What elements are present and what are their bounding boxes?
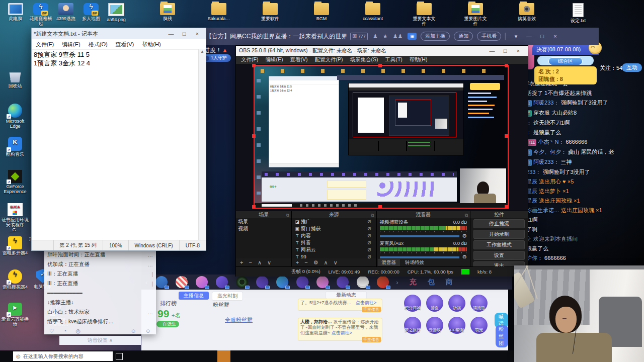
notification-button[interactable]: 通知 [454, 32, 473, 41]
desktop-icon[interactable]: 多人地图 [78, 3, 104, 26]
feature-circle-button[interactable]: 漂流瓶 [470, 295, 488, 312]
obs-minimize-button[interactable]: — [486, 48, 499, 54]
taskbar-cc-active-icon[interactable] [217, 350, 230, 362]
scene-tool-button[interactable]: + [240, 259, 243, 265]
obs-menu-item[interactable]: 编辑(E) [265, 56, 283, 63]
mixer-gear-icon[interactable]: ⚙ [462, 233, 467, 239]
desktop-icon[interactable]: Sakurala… [206, 3, 231, 26]
scene-tool-button[interactable]: − [249, 259, 252, 265]
visibility-icon[interactable]: Ø [368, 226, 371, 231]
zone-button[interactable]: 综合区 [548, 57, 583, 65]
feature-circle-button[interactable]: 积分商城 [404, 295, 421, 312]
chat-username[interactable]: 阿暖233： [533, 100, 559, 106]
taskbar-explorer-icon[interactable] [126, 350, 139, 362]
notepad-titlebar[interactable]: *新建文本文档.txt - 记事本 — □ × [32, 28, 206, 39]
obs-control-button[interactable]: 设置 [473, 251, 525, 260]
voice-settings-button[interactable]: 语音设置 ∧ [59, 336, 141, 345]
rank-icon[interactable]: ♟ [373, 33, 378, 40]
desktop-icon[interactable]: 雷电模拟器4 [1, 269, 29, 303]
desktop-icon[interactable]: 证书应用环境 安装程序_G… [1, 203, 29, 236]
visibility-icon[interactable]: Ø [368, 254, 371, 258]
group-icon[interactable]: ♟♟ [393, 33, 403, 40]
fanclub-button[interactable]: 粉丝团 [496, 325, 508, 347]
scene-row[interactable]: 场景 [236, 218, 291, 225]
obs-control-button[interactable]: 工作室模式 [473, 240, 525, 249]
gift-item-icon[interactable] [216, 276, 228, 288]
contact-row[interactable]: 络宇飞：kve起床战争排行… [44, 317, 156, 326]
desktop-icon[interactable]: Microsoft Edge [1, 104, 29, 137]
desktop-icon[interactable]: 设定.txt [566, 3, 591, 26]
feature-circle-button[interactable]: 萌宠 [470, 317, 488, 334]
feature-circle-button[interactable]: 云游戏 [426, 317, 443, 334]
desktop-icon[interactable]: ccassitant [360, 3, 385, 26]
contact-row[interactable]: 优加成：正在直播 … [44, 259, 156, 269]
source-tool-button[interactable]: + [296, 259, 299, 265]
desktop-icon[interactable]: aa94.png [104, 3, 129, 26]
taskbar-cc-icon[interactable] [191, 350, 204, 362]
contact-row[interactable]: 白小白：技术玩家 … [44, 307, 156, 317]
mixer-tab[interactable]: 混音器 [378, 259, 400, 266]
cc-maximize-button[interactable]: □ [536, 33, 549, 39]
gift-item-icon[interactable] [155, 276, 168, 288]
notepad-menu-item[interactable]: 查看(V) [116, 41, 134, 48]
visibility-icon[interactable]: Ø [368, 219, 371, 224]
desktop-icon[interactable]: 搞笑音效 [514, 3, 539, 26]
cc-close-button[interactable]: × [549, 33, 562, 39]
notepad-menu-item[interactable]: 帮助(H) [142, 41, 160, 48]
taskbar-opera-icon[interactable] [139, 350, 152, 362]
gift-item-icon[interactable] [296, 276, 308, 288]
resize-handle[interactable] [505, 205, 508, 209]
shop-button[interactable]: 商 [446, 278, 453, 287]
webcam-window[interactable] [514, 265, 644, 362]
mixer-gear-icon[interactable]: ⚙ [462, 254, 467, 258]
contact-row[interactable]: III：正在直播 | [44, 279, 156, 288]
guard-badge[interactable]: 1人守护 [202, 54, 231, 62]
source-row[interactable]: T 99 Ø [292, 253, 376, 258]
scene-row[interactable]: 视频 [236, 225, 291, 232]
feature-circle-button[interactable]: CC帮测 [448, 317, 465, 334]
gift-item-icon[interactable] [176, 276, 188, 288]
latest-news-tab[interactable]: 最新动态 [326, 291, 367, 299]
obs-preview[interactable]: 8预言家 9查杀 11 5 1预言家 3金水 12 4 [236, 64, 528, 211]
task-view-button[interactable] [113, 350, 126, 362]
chat-username[interactable]: 小杰丶N： [538, 139, 564, 145]
obs-menu-item[interactable]: 工具(T) [385, 56, 402, 63]
desktop-icon[interactable]: BGM [309, 3, 334, 26]
desktop-icon[interactable]: 此电脑 [3, 3, 28, 26]
taskbar-qq-icon[interactable] [152, 350, 165, 362]
leaderboard-label[interactable]: 排行榜 [160, 300, 177, 307]
resize-handle[interactable] [505, 64, 508, 67]
obs-menu-item[interactable]: 场景集合(S) [350, 56, 378, 63]
notepad-text-area[interactable]: 8预言家 9查杀 11 5 1预言家 3金水 12 4 [32, 50, 206, 232]
feature-circle-button[interactable]: 祈福 [448, 295, 465, 312]
notepad-menu-item[interactable]: 编辑(E) [62, 41, 80, 48]
interact-button[interactable]: 互动 [622, 63, 642, 72]
obs-menu-item[interactable]: 配置文件(P) [314, 56, 343, 63]
chat-username[interactable]: 今夕、何夕： [533, 149, 567, 155]
desktop-icon[interactable]: 爱奇艺万能播放 [1, 303, 29, 336]
gift-item-icon[interactable] [357, 276, 369, 288]
source-tool-button[interactable]: ∨ [334, 259, 338, 266]
resize-handle[interactable] [252, 205, 256, 209]
desktop-icon[interactable]: 脑残 [155, 3, 180, 26]
volume-slider[interactable] [380, 256, 460, 258]
notice-card[interactable]: 了。5组2+7逃杀战线赛开始了 点击前往> 千里传音 [298, 299, 382, 311]
visibility-icon[interactable]: Ø [368, 233, 371, 238]
chat-panel[interactable]: 3没穿衣服还能玩一会 狼被活捉了 1不自爆还起来惮跳 大别山 阿暖233： 强啊… [515, 80, 642, 266]
notepad-scrollbar[interactable]: ▲ [198, 49, 206, 240]
source-tool-button[interactable]: − [304, 259, 307, 265]
desktop-icon[interactable]: 4399逃跑 [53, 3, 78, 26]
notepad-minimize-button[interactable]: — [165, 31, 178, 37]
notepad-maximize-button[interactable]: □ [178, 31, 191, 37]
favorite-icon[interactable]: ♡ [49, 328, 54, 334]
desktop-icon[interactable]: 重要图片文件 [463, 3, 488, 26]
obs-control-button[interactable]: 开始录制 [473, 230, 525, 239]
screenshot-button[interactable]: ▣ [408, 33, 417, 40]
taskbar-obs-icon[interactable] [165, 350, 178, 362]
star-favorite-icon[interactable]: ★ [383, 33, 388, 40]
resize-handle[interactable] [252, 134, 256, 138]
cc-dropdown-button[interactable]: ▾ [510, 33, 523, 40]
taskbar-search[interactable]: ◎ 在这里输入你要搜索的内容 [13, 351, 113, 361]
desktop-icon[interactable]: 花雨庭枪械起 [28, 3, 53, 26]
desktop-icon[interactable]: 重要软件 [258, 3, 283, 26]
